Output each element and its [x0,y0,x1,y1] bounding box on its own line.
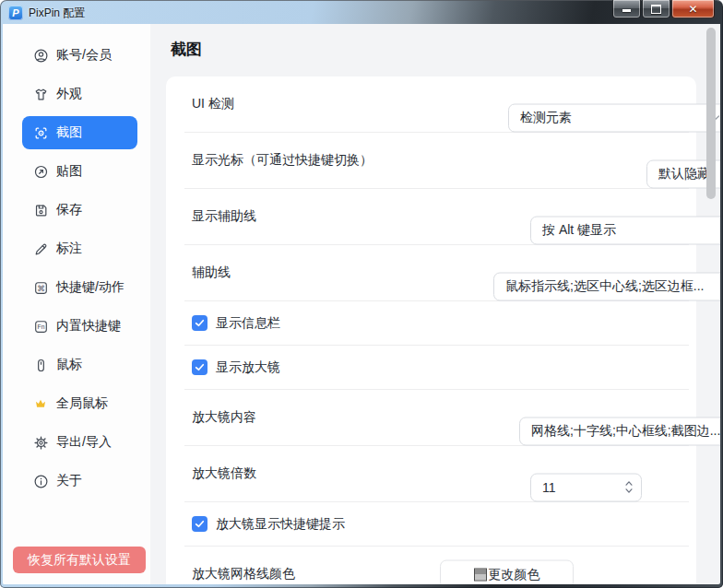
setting-row-show-magnifier: 显示放大镜 [166,346,696,389]
setting-label: 放大镜网格线颜色 [192,566,295,582]
spinner-down-icon[interactable] [624,488,634,494]
sidebar-item-label: 截图 [56,124,82,141]
settings-card: UI 检测 检测元素 显示光标（可通过快捷键切换） 默认隐藏 [166,76,696,584]
svg-text:⌘: ⌘ [37,283,45,292]
sidebar-item-label: 外观 [56,86,82,102]
show-guides-select[interactable]: 按 Alt 键显示 [530,216,720,244]
fn-icon: Fn [32,318,49,335]
save-icon [32,202,49,218]
main-panel: 截图 UI 检测 检测元素 显示光标（可通过快捷键切换） [150,24,720,584]
restore-defaults-button[interactable]: 恢复所有默认设置 [13,547,146,573]
sidebar-item-label: 账号/会员 [56,47,112,64]
maximize-icon [651,5,661,14]
crown-icon [32,395,49,412]
sidebar-item-label: 全局鼠标 [56,395,108,412]
setting-row-magnifier-grid-color: 放大镜网格线颜色 更改颜色 [166,547,696,584]
setting-label[interactable]: 放大镜显示快捷键提示 [216,516,345,533]
change-color-button[interactable]: 更改颜色 [440,560,574,585]
sidebar-item-about[interactable]: 关于 [22,465,137,498]
sidebar-item-label: 导出/导入 [56,434,112,451]
setting-label[interactable]: 显示信息栏 [216,315,280,332]
gear-icon [32,434,49,451]
maximize-button[interactable] [642,0,670,18]
magnifier-content-select[interactable]: 网格线;十字线;中心框线;截图边... [519,417,720,445]
select-value: 鼠标指示线;选区中心线;选区边框... [505,278,704,295]
spinner-up-icon[interactable] [624,480,634,487]
pencil-icon [32,241,49,257]
sidebar-item-annotate[interactable]: 标注 [22,232,137,265]
minimize-button[interactable] [612,0,641,18]
close-icon: ✕ [688,4,697,15]
sidebar: 账号/会员 外观 截图 [3,24,150,584]
setting-label: 辅助线 [192,265,231,281]
screenshot-icon [32,124,49,141]
setting-row-show-info-bar: 显示信息栏 [166,301,696,345]
sidebar-item-label: 鼠标 [56,357,82,373]
window-frame: P PixPin 配置 ✕ 账号/会员 [0,0,723,588]
number-spinner[interactable] [624,480,634,494]
check-icon [194,317,206,329]
magnifier-hotkey-hint-checkbox[interactable] [192,516,207,532]
setting-label: 显示光标（可通过快捷键切换） [192,152,373,169]
setting-label[interactable]: 显示放大镜 [216,359,280,376]
mouse-icon [32,357,49,373]
sidebar-item-hotkeys-actions[interactable]: ⌘ 快捷键/动作 [22,271,137,304]
ui-detect-select[interactable]: 检测元素 [508,103,720,132]
info-icon [32,473,49,489]
show-magnifier-checkbox[interactable] [192,359,207,375]
select-value: 按 Alt 键显示 [542,222,616,239]
window-controls: ✕ [611,0,715,18]
sidebar-item-pin-image[interactable]: 贴图 [22,155,137,188]
setting-row-show-guides: 显示辅助线 按 Alt 键显示 [166,189,696,244]
window-title: PixPin 配置 [29,6,85,21]
color-swatch [474,568,487,581]
setting-label: 显示辅助线 [192,208,256,225]
pixpin-logo-icon: P [8,6,23,20]
setting-row-ui-detect: UI 检测 检测元素 [166,76,696,132]
setting-label: 放大镜倍数 [192,465,256,482]
sidebar-item-label: 内置快捷键 [56,318,121,335]
sidebar-item-label: 关于 [56,473,82,489]
setting-label: UI 检测 [192,96,234,112]
setting-label: 放大镜内容 [192,409,256,426]
sidebar-item-export-import[interactable]: 导出/导入 [22,426,137,459]
select-value: 检测元素 [520,110,572,126]
sidebar-item-builtin-hotkeys[interactable]: Fn 内置快捷键 [22,310,137,343]
check-icon [194,361,206,373]
change-color-label: 更改颜色 [489,566,540,582]
sidebar-item-account[interactable]: 账号/会员 [22,39,137,72]
sidebar-item-appearance[interactable]: 外观 [22,77,137,111]
show-info-bar-checkbox[interactable] [192,315,207,331]
tshirt-icon [32,86,49,102]
pixpin-config-window: P PixPin 配置 ✕ 账号/会员 [0,0,723,588]
guides-select[interactable]: 鼠标指示线;选区中心线;选区边框... [493,272,720,300]
scrollbar-thumb[interactable] [706,28,716,199]
close-button[interactable]: ✕ [671,0,715,18]
sidebar-item-label: 快捷键/动作 [56,279,124,296]
user-icon [32,47,49,64]
sidebar-item-mouse[interactable]: 鼠标 [22,348,137,382]
select-value: 默认隐藏 [658,166,710,182]
minimize-icon [622,9,631,12]
setting-row-show-cursor: 显示光标（可通过快捷键切换） 默认隐藏 [166,133,696,188]
sidebar-item-save[interactable]: 保存 [22,194,137,227]
setting-row-magnifier-hotkey-hint: 放大镜显示快捷键提示 [166,502,696,546]
setting-row-guides: 辅助线 鼠标指示线;选区中心线;选区边框... [166,245,696,300]
magnifier-factor-input[interactable]: 11 [530,473,642,501]
command-icon: ⌘ [32,279,49,296]
select-value: 网格线;十字线;中心框线;截图边... [531,423,720,440]
page-title: 截图 [150,24,720,60]
sidebar-item-screenshot[interactable]: 截图 [22,116,137,149]
svg-text:Fn: Fn [37,323,44,330]
pin-image-icon [32,163,49,180]
sidebar-item-label: 贴图 [56,163,82,180]
number-value: 11 [542,480,556,495]
check-icon [194,518,206,530]
sidebar-item-global-mouse[interactable]: 全局鼠标 [22,387,137,420]
sidebar-item-label: 标注 [56,241,82,257]
setting-row-magnifier-factor: 放大镜倍数 11 [166,446,696,501]
setting-row-magnifier-content: 放大镜内容 网格线;十字线;中心框线;截图边... [166,390,696,445]
sidebar-item-label: 保存 [56,202,82,218]
